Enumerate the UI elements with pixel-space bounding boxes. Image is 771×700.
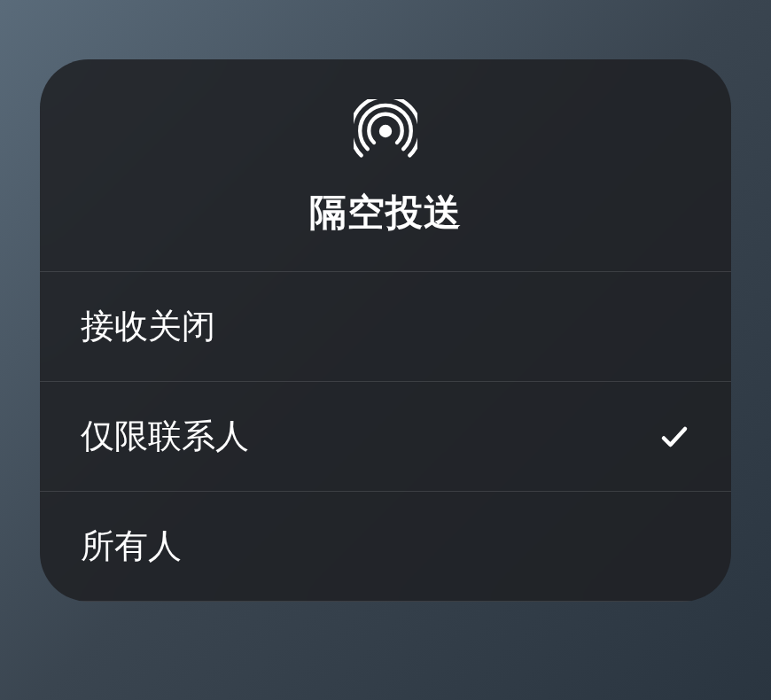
panel-header: 隔空投送 [40,59,731,272]
checkmark-icon [658,421,690,453]
option-everyone[interactable]: 所有人 [40,492,731,602]
option-label: 接收关闭 [81,304,215,349]
option-label: 所有人 [81,524,182,569]
panel-options: 接收关闭 仅限联系人 所有人 [40,272,731,602]
option-receiving-off[interactable]: 接收关闭 [40,272,731,382]
svg-point-0 [379,125,392,137]
option-label: 仅限联系人 [81,414,249,459]
option-contacts-only[interactable]: 仅限联系人 [40,382,731,492]
panel-title: 隔空投送 [309,188,462,237]
airdrop-settings-panel: 隔空投送 接收关闭 仅限联系人 所有人 [40,59,731,602]
airdrop-icon [354,99,417,163]
